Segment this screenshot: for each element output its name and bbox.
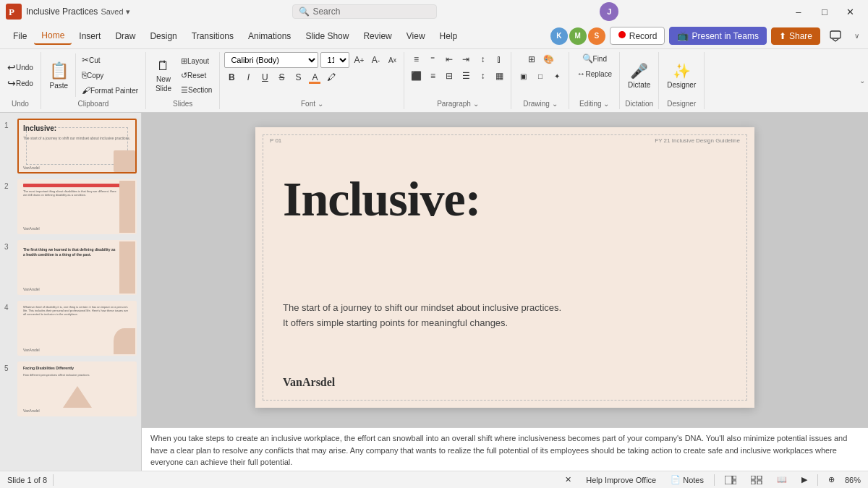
italic-button[interactable]: I <box>241 70 255 85</box>
help-improve-button[interactable]: Help Improve Office <box>582 475 660 485</box>
slide-thumb-3[interactable]: 3 The first thing we learned is that def… <box>4 240 137 295</box>
zoom-level: 86% <box>845 476 861 484</box>
slide-header: P 01 FY 21 Inclusive Design Guideline <box>270 137 740 144</box>
format-painter-icon: 🖌 <box>82 85 90 95</box>
ribbon-expand-button[interactable]: ∨ <box>851 27 862 46</box>
zoom-fit-button[interactable]: ⊕ <box>824 474 839 485</box>
shadow-button[interactable]: S <box>291 70 305 85</box>
notes-button[interactable]: 📄 Notes <box>666 474 708 485</box>
replace-icon: ↔ <box>576 69 585 79</box>
line-spacing-button[interactable]: ↕ <box>475 69 490 83</box>
slide-sorter-button[interactable] <box>746 475 767 485</box>
slide-thumb-5[interactable]: 5 Facing Disabilities Differently How di… <box>4 361 137 416</box>
comments-button[interactable] <box>825 27 846 46</box>
font-color-button[interactable]: A <box>307 70 322 85</box>
tab-design[interactable]: Design <box>142 28 184 44</box>
numbered-list-button[interactable]: ⁼ <box>425 52 440 67</box>
tab-help[interactable]: Help <box>433 28 465 44</box>
new-slide-button[interactable]: 🗒 New Slide <box>150 56 176 95</box>
tab-review[interactable]: Review <box>356 28 399 44</box>
tab-transitions[interactable]: Transitions <box>184 28 241 44</box>
arrange-button[interactable]: ⊞ <box>524 52 539 67</box>
tab-file[interactable]: File <box>6 28 34 44</box>
bullet-list-button[interactable]: ≡ <box>409 52 423 67</box>
help-improve-label: Help Improve Office <box>586 476 656 484</box>
copy-button[interactable]: ⎘ Copy <box>79 69 141 82</box>
strikethrough-button[interactable]: S <box>274 70 289 85</box>
slide-count: Slide 1 of 8 <box>7 476 47 484</box>
find-button[interactable]: 🔍 Find <box>579 52 610 65</box>
dictate-button[interactable]: 🎤 Dictate <box>624 60 654 91</box>
paste-button[interactable]: 📋 Paste <box>46 59 72 92</box>
cut-icon: ✂ <box>82 55 89 65</box>
svg-rect-5 <box>733 476 736 479</box>
user-avatar[interactable]: J <box>600 2 618 21</box>
notes-text: When you take steps to create an inclusi… <box>150 434 847 466</box>
clear-format-button[interactable]: Ax <box>385 53 399 67</box>
close-notes-button[interactable]: ✕ <box>561 474 576 485</box>
search-bar[interactable]: 🔍 Search <box>292 4 437 19</box>
add-remove-columns-button[interactable]: ▦ <box>492 69 506 83</box>
align-left-button[interactable]: ⬛ <box>409 69 423 83</box>
font-family-select[interactable]: Calibri (Body) <box>224 52 318 68</box>
section-button[interactable]: ☰ Section <box>178 84 215 96</box>
tab-home[interactable]: Home <box>34 27 72 45</box>
slide-canvas[interactable]: P 01 FY 21 Inclusive Design Guideline In… <box>255 127 754 408</box>
bold-button[interactable]: B <box>224 70 239 85</box>
slide-main-title[interactable]: Inclusive: <box>283 171 480 228</box>
increase-indent-button[interactable]: ⇥ <box>459 52 473 67</box>
redo-icon: ↪ <box>7 77 16 89</box>
dictate-icon: 🎤 <box>630 62 648 80</box>
quick-styles-button[interactable]: 🎨 <box>541 52 556 67</box>
replace-button[interactable]: ↔ Replace <box>574 67 615 80</box>
layout-button[interactable]: ⊞ Layout <box>178 55 215 67</box>
decrease-font-button[interactable]: A- <box>368 53 383 67</box>
text-direction-button[interactable]: ↕ <box>475 52 490 67</box>
ribbon-group-undo: ↩ Undo ↪ Redo Undo <box>0 52 41 109</box>
justify-button[interactable]: ☰ <box>459 69 473 83</box>
shape-effects-button[interactable]: ✦ <box>550 69 564 83</box>
slide-thumb-1[interactable]: 1 Inclusive: The start of a journey to s… <box>4 119 137 174</box>
highlight-button[interactable]: 🖍 <box>324 70 339 85</box>
underline-button[interactable]: U <box>258 70 272 85</box>
align-right-button[interactable]: ⊟ <box>442 69 456 83</box>
tab-animations[interactable]: Animations <box>241 28 298 44</box>
tab-insert[interactable]: Insert <box>72 28 108 44</box>
present-in-teams-button[interactable]: 📺 Present in Teams <box>669 27 767 45</box>
font-size-select[interactable]: 11 <box>320 52 349 68</box>
decrease-indent-button[interactable]: ⇤ <box>442 52 456 67</box>
slide-thumb-4[interactable]: 4 Whatever kind of disability it is, one… <box>4 301 137 356</box>
columns-button[interactable]: ⫿ <box>492 52 506 67</box>
slide-thumb-2[interactable]: 2 The most important thing about disabil… <box>4 179 137 234</box>
tab-view[interactable]: View <box>399 28 433 44</box>
ribbon-expand-right[interactable]: ⌄ <box>856 52 868 109</box>
collaborator-avatars: K M S <box>550 27 605 45</box>
section-icon: ☰ <box>181 85 188 95</box>
align-center-button[interactable]: ≡ <box>425 69 440 83</box>
tab-slideshow[interactable]: Slide Show <box>298 28 356 44</box>
tab-draw[interactable]: Draw <box>108 28 142 44</box>
redo-button[interactable]: ↪ Redo <box>4 76 36 90</box>
increase-font-button[interactable]: A+ <box>352 53 366 67</box>
minimize-button[interactable]: – <box>787 0 810 23</box>
window-controls: – □ ✕ <box>787 0 862 23</box>
record-button[interactable]: Record <box>610 27 665 45</box>
designer-button[interactable]: ✨ Designer <box>663 60 699 91</box>
reading-view-button[interactable]: 📖 <box>773 474 791 485</box>
shape-fill-button[interactable]: ▣ <box>516 69 531 83</box>
maximize-button[interactable]: □ <box>813 0 836 23</box>
normal-view-button[interactable] <box>720 475 741 485</box>
designer-group-label: Designer <box>663 98 699 109</box>
notes-area[interactable]: When you take steps to create an inclusi… <box>142 427 868 471</box>
cut-button[interactable]: ✂ Cut <box>79 53 141 67</box>
clipboard-separator <box>75 53 76 97</box>
share-button[interactable]: ⬆ Share <box>771 27 820 45</box>
shape-outline-button[interactable]: □ <box>533 69 548 83</box>
slideshow-button[interactable]: ▶ <box>797 474 812 485</box>
find-icon: 🔍 <box>582 53 593 64</box>
close-button[interactable]: ✕ <box>839 0 862 23</box>
reset-button[interactable]: ↺ Reset <box>178 69 215 82</box>
slide-header-right: FY 21 Inclusive Design Guideline <box>655 137 740 144</box>
format-painter-button[interactable]: 🖌 Format Painter <box>79 84 141 97</box>
undo-button[interactable]: ↩ Undo <box>4 60 36 74</box>
